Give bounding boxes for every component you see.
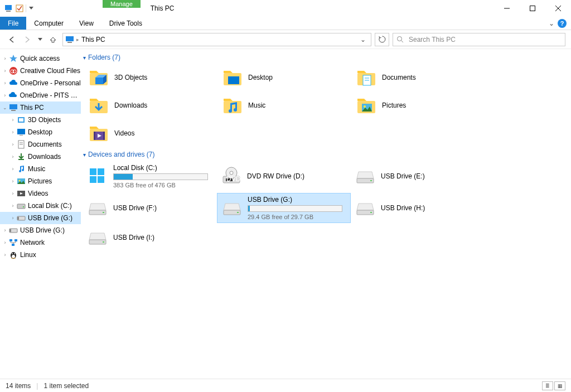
recent-dropdown-icon[interactable] (37, 33, 43, 46)
tree-item[interactable]: ›Documents (0, 138, 81, 151)
tree-item[interactable]: ›Downloads (0, 151, 81, 163)
svg-rect-49 (224, 101, 241, 113)
details-view-button[interactable]: ≣ (542, 381, 553, 390)
drive-item[interactable]: Local Disk (C:)383 GB free of 476 GB (83, 162, 217, 191)
drive-icon (355, 198, 375, 218)
folder-item[interactable]: Desktop (217, 65, 351, 90)
tree-item[interactable]: ›Network (0, 236, 81, 249)
expand-icon[interactable]: › (2, 80, 8, 86)
svg-rect-18 (17, 129, 25, 134)
group-header-folders[interactable]: ▾ Folders (7) (83, 54, 564, 61)
navigation-pane[interactable]: ›Quick access›Creative Cloud Files›OneDr… (0, 49, 81, 379)
status-bar: 14 items | 1 item selected ≣ ▦ (0, 379, 571, 392)
cloud-icon (8, 91, 17, 100)
properties-icon[interactable] (14, 3, 25, 13)
ribbon-collapse-icon[interactable]: ⌄ (549, 20, 554, 27)
desktop-icon (17, 128, 26, 137)
tree-item[interactable]: ›OneDrive - Personal (0, 77, 81, 89)
folder-item[interactable]: 3D Objects (83, 65, 217, 90)
expand-icon[interactable]: › (10, 203, 16, 209)
folder-icon (222, 67, 243, 88)
tree-label: OneDrive - PITS Glob (20, 91, 81, 99)
svg-rect-14 (9, 104, 17, 109)
tree-item[interactable]: ›Desktop (0, 126, 81, 138)
tree-item[interactable]: ›Pictures (0, 175, 81, 187)
expand-icon[interactable]: › (2, 56, 8, 61)
folder-icon (356, 95, 376, 115)
folder-label: 3D Objects (114, 74, 147, 81)
address-dropdown-icon[interactable]: ⌄ (357, 36, 369, 43)
svg-point-52 (364, 105, 366, 108)
icons-view-button[interactable]: ▦ (554, 381, 565, 390)
search-placeholder: Search This PC (409, 36, 456, 43)
tree-item[interactable]: ›Local Disk (C:) (0, 200, 81, 212)
folder-item[interactable]: Music (217, 93, 351, 118)
tree-label: USB Drive (G:) (28, 214, 72, 222)
folder-item[interactable]: Pictures (351, 93, 485, 118)
expand-icon[interactable]: › (10, 178, 16, 184)
drive-item[interactable]: USB Drive (E:) (351, 162, 485, 191)
content-pane[interactable]: ▾ Folders (7) 3D ObjectsDesktopDocuments… (81, 49, 571, 379)
group-header-drives[interactable]: ▾ Devices and drives (7) (83, 151, 564, 158)
tree-item[interactable]: ›USB Drive (G:) (0, 212, 81, 224)
minimize-button[interactable] (494, 0, 520, 17)
folder-item[interactable]: Downloads (83, 93, 217, 118)
tab-computer[interactable]: Computer (26, 17, 71, 30)
maximize-button[interactable] (520, 0, 545, 17)
drive-item[interactable]: USB Drive (I:) (83, 225, 217, 250)
expand-icon[interactable]: › (2, 93, 7, 98)
tree-label: Desktop (28, 128, 52, 136)
tree-item[interactable]: ›3D Objects (0, 114, 81, 126)
tab-drive-tools[interactable]: Drive Tools (101, 17, 150, 30)
tree-item[interactable]: ›Quick access (0, 52, 81, 65)
expand-icon[interactable]: › (10, 117, 16, 123)
address-bar[interactable]: ▸ This PC ⌄ (62, 33, 371, 46)
tab-file[interactable]: File (0, 17, 26, 30)
tab-view[interactable]: View (71, 17, 101, 30)
tree-item[interactable]: ⌄This PC (0, 101, 81, 114)
tree-item[interactable]: ›OneDrive - PITS Glob (0, 89, 81, 101)
svg-line-10 (401, 40, 404, 42)
tree-item[interactable]: ›USB Drive (G:) (0, 224, 81, 236)
search-box[interactable]: Search This PC (393, 33, 565, 46)
back-button[interactable] (6, 33, 18, 46)
expand-icon[interactable]: ⌄ (2, 105, 8, 110)
drive-free-text: 383 GB free of 476 GB (113, 182, 212, 188)
tree-item[interactable]: ›Videos (0, 187, 81, 200)
expand-icon[interactable]: › (10, 166, 16, 172)
qat-dropdown-icon[interactable] (26, 4, 36, 12)
close-button[interactable] (545, 0, 571, 17)
svg-rect-0 (5, 5, 12, 10)
forward-button[interactable] (21, 33, 33, 46)
svg-rect-7 (66, 36, 74, 41)
drive-item[interactable]: USB Drive (G:)29.4 GB free of 29.7 GB (217, 193, 351, 223)
pc-icon (65, 35, 74, 44)
tree-label: 3D Objects (28, 116, 61, 124)
folder-item[interactable]: Documents (351, 65, 485, 90)
expand-icon[interactable]: › (10, 215, 16, 221)
up-button[interactable] (47, 33, 59, 46)
folder-icon (89, 67, 109, 88)
expand-icon[interactable]: › (10, 191, 16, 196)
expand-icon[interactable]: › (2, 68, 8, 74)
folder-item[interactable]: Videos (83, 120, 217, 146)
folder-label: Videos (114, 129, 134, 137)
expand-icon[interactable]: › (10, 129, 16, 135)
refresh-button[interactable] (375, 33, 389, 46)
tree-label: Pictures (28, 177, 52, 185)
expand-icon[interactable]: › (10, 154, 16, 159)
help-icon[interactable]: ? (558, 19, 567, 28)
expand-icon[interactable]: › (2, 228, 8, 233)
svg-point-63 (230, 171, 233, 175)
drive-item[interactable]: DVDDVD RW Drive (D:) (217, 162, 351, 191)
expand-icon[interactable]: › (2, 252, 8, 258)
expand-icon[interactable]: › (2, 240, 8, 245)
expand-icon[interactable]: › (10, 142, 16, 147)
drive-item[interactable]: USB Drive (F:) (83, 193, 217, 223)
tree-item[interactable]: ›Creative Cloud Files (0, 65, 81, 77)
tree-item[interactable]: ›Linux (0, 249, 81, 261)
svg-rect-67 (370, 180, 372, 181)
drive-item[interactable]: USB Drive (H:) (351, 193, 485, 223)
tree-item[interactable]: ›Music (0, 163, 81, 175)
svg-point-39 (14, 253, 15, 254)
